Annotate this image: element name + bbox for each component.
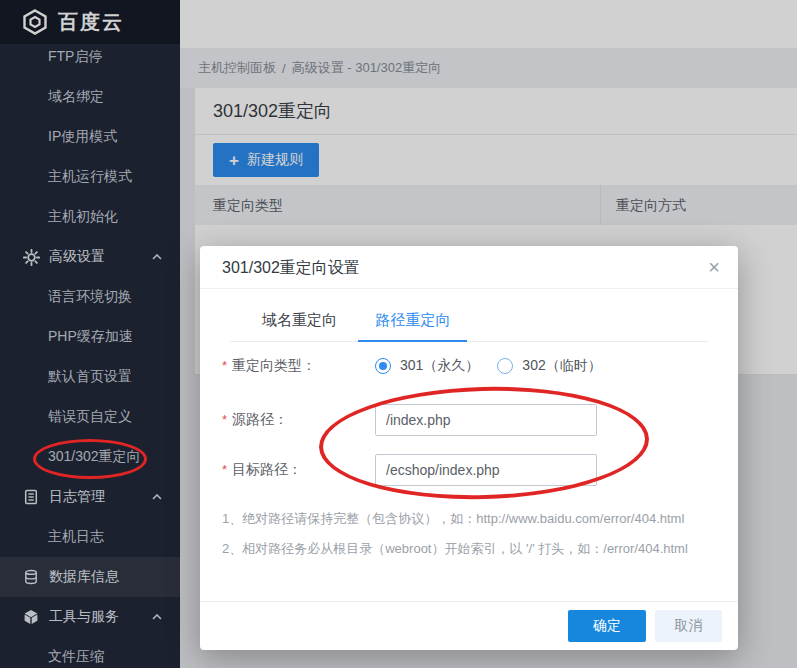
target-path-label: *目标路径： <box>222 461 375 479</box>
radio-301-label: 301（永久） <box>400 357 479 375</box>
radio-unselected-icon[interactable] <box>497 358 513 374</box>
screen: 百度云 FTP启停 域名绑定 IP使用模式 主机运行模式 主机初始化 <box>0 0 797 668</box>
redirect-type-label: *重定向类型： <box>222 357 375 375</box>
close-icon[interactable]: × <box>706 255 722 279</box>
target-path-input[interactable] <box>375 454 597 486</box>
tab-path-redirect[interactable]: 路径重定向 <box>358 302 467 342</box>
form-row-target-path: *目标路径： <box>222 454 716 486</box>
note-absolute-path: 1、绝对路径请保持完整（包含协议），如：http://www.baidu.com… <box>222 510 716 528</box>
required-mark: * <box>222 358 227 373</box>
required-mark: * <box>222 462 227 477</box>
dialog-title: 301/302重定向设置 <box>200 246 738 289</box>
cancel-button[interactable]: 取消 <box>655 610 722 642</box>
confirm-button[interactable]: 确定 <box>568 610 646 642</box>
radio-302-temporary[interactable]: 302（临时） <box>497 357 601 375</box>
form-row-source-path: *源路径： <box>222 404 716 436</box>
source-path-input[interactable] <box>375 404 597 436</box>
note-relative-path: 2、相对路径务必从根目录（webroot）开始索引，以 '/' 打头，如：/er… <box>222 540 716 558</box>
form-row-redirect-type: *重定向类型： 301（永久） 302（临时） <box>222 350 716 382</box>
radio-selected-icon[interactable] <box>375 358 391 374</box>
dialog-footer: 确定 取消 <box>200 601 738 650</box>
dialog-tabs: 域名重定向 路径重定向 <box>230 302 708 342</box>
redirect-settings-dialog: 301/302重定向设置 × 域名重定向 路径重定向 *重定向类型： 301（永… <box>200 246 738 650</box>
source-path-label: *源路径： <box>222 411 375 429</box>
required-mark: * <box>222 412 227 427</box>
radio-302-label: 302（临时） <box>522 357 601 375</box>
tab-domain-redirect[interactable]: 域名重定向 <box>245 302 354 340</box>
radio-301-permanent[interactable]: 301（永久） <box>375 357 479 375</box>
